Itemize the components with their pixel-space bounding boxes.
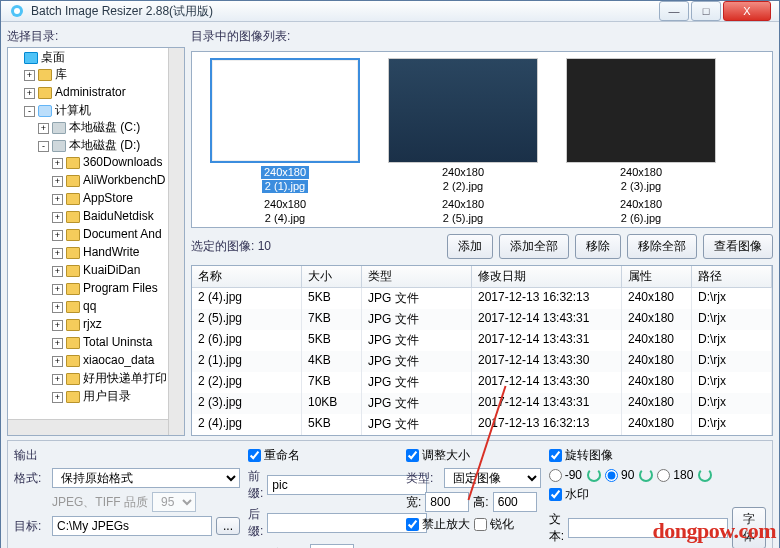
thumb-image [210,58,360,163]
rotate-p90[interactable]: 90 [605,468,653,482]
rotate-m90[interactable]: -90 [549,468,601,482]
expand-icon[interactable]: + [52,374,63,385]
folder-tree[interactable]: 桌面 +库 +Administrator -计算机 +本地磁盘 (C:) -本地… [7,47,185,436]
prefix-input[interactable] [267,475,427,495]
expand-icon[interactable]: + [52,248,63,259]
sharpen-checkbox[interactable]: 锐化 [474,516,514,533]
table-row[interactable]: 2 (4).jpg5KBJPG 文件2017-12-13 16:32:13240… [192,288,772,309]
resize-checkbox[interactable]: 调整大小 [406,447,541,464]
watermark-text-input[interactable] [568,518,728,538]
expand-icon[interactable]: + [52,176,63,187]
tree-folder[interactable]: Document And [83,227,162,241]
tree-hscrollbar[interactable] [8,419,168,435]
table-row[interactable]: 2 (6).jpg5KBJPG 文件2017-12-14 13:43:31240… [192,330,772,351]
folder-icon [38,87,52,99]
app-window: Batch Image Resizer 2.88(试用版) — □ X 选择目录… [0,0,780,548]
expand-icon[interactable]: + [52,158,63,169]
table-row[interactable]: 2 (3).jpg10KBJPG 文件2017-12-14 13:43:3124… [192,393,772,414]
titlebar[interactable]: Batch Image Resizer 2.88(试用版) — □ X [1,1,779,22]
tree-drive-c[interactable]: 本地磁盘 (C:) [69,120,140,134]
expand-icon[interactable]: + [52,230,63,241]
expand-icon[interactable]: + [52,320,63,331]
tree-folder[interactable]: 好用快递单打印 [83,371,167,385]
browse-button[interactable]: ... [216,517,240,535]
expand-icon[interactable]: + [52,266,63,277]
thumbnail[interactable]: 240x1802 (3).jpg [562,58,720,193]
minimize-button[interactable]: — [659,1,689,21]
width-input[interactable] [425,492,469,512]
add-all-button[interactable]: 添加全部 [499,234,569,259]
remove-all-button[interactable]: 移除全部 [627,234,697,259]
tree-lib[interactable]: 库 [55,67,67,81]
nozoom-checkbox[interactable]: 禁止放大 [406,516,470,533]
thumb-image [566,58,716,163]
tree-folder[interactable]: AliWorkbenchD [83,173,165,187]
collapse-icon[interactable]: - [38,141,49,152]
watermark-checkbox[interactable]: 水印 [549,486,589,503]
expand-icon[interactable]: + [52,392,63,403]
tree-folder[interactable]: qq [83,299,96,313]
col-type[interactable]: 类型 [362,266,472,287]
suffix-input[interactable] [267,513,427,533]
expand-icon[interactable]: + [52,212,63,223]
format-select[interactable]: 保持原始格式 [52,468,240,488]
expand-icon[interactable]: + [52,356,63,367]
folder-icon [66,193,80,205]
font-button[interactable]: 字体 [732,507,766,548]
tree-folder[interactable]: Program Files [83,281,158,295]
tree-folder[interactable]: HandWrite [83,245,139,259]
col-attr[interactable]: 属性 [622,266,692,287]
table-row[interactable]: 2 (1).jpg4KBJPG 文件2017-12-14 13:43:30240… [192,351,772,372]
expand-icon[interactable]: + [24,70,35,81]
table-header[interactable]: 名称 大小 类型 修改日期 属性 路径 [192,266,772,288]
thumbnail[interactable]: 240x1802 (1).jpg [206,58,364,193]
resize-type-select[interactable]: 固定图像 [444,468,541,488]
thumbnail[interactable]: 240x1802 (4).jpg [206,197,364,225]
tree-computer[interactable]: 计算机 [55,103,91,117]
window-title: Batch Image Resizer 2.88(试用版) [31,3,659,20]
tree-folder[interactable]: 360Downloads [83,155,162,169]
tree-folder[interactable]: 用户目录 [83,389,131,403]
expand-icon[interactable]: + [52,194,63,205]
view-image-button[interactable]: 查看图像 [703,234,773,259]
tree-vscrollbar[interactable] [168,48,184,435]
rotate-checkbox[interactable]: 旋转图像 [549,447,766,464]
col-path[interactable]: 路径 [692,266,772,287]
thumbnail[interactable]: 240x1802 (6).jpg [562,197,720,225]
rotate-180[interactable]: 180 [657,468,712,482]
folder-icon [66,247,80,259]
tree-drive-d[interactable]: 本地磁盘 (D:) [69,138,140,152]
thumbnail[interactable]: 240x1802 (2).jpg [384,58,542,193]
expand-icon[interactable]: + [24,88,35,99]
tree-folder[interactable]: Total Uninsta [83,335,152,349]
tree-folder[interactable]: KuaiDiDan [83,263,140,277]
expand-icon[interactable]: + [52,302,63,313]
col-date[interactable]: 修改日期 [472,266,622,287]
tree-desktop[interactable]: 桌面 [41,50,65,64]
expand-icon[interactable]: + [52,338,63,349]
dest-input[interactable] [52,516,212,536]
remove-button[interactable]: 移除 [575,234,621,259]
table-row[interactable]: 2 (4).jpg5KBJPG 文件2017-12-13 16:32:13240… [192,414,772,435]
add-button[interactable]: 添加 [447,234,493,259]
tree-folder[interactable]: AppStore [83,191,133,205]
tree-admin[interactable]: Administrator [55,85,126,99]
tree-folder[interactable]: xiaocao_data [83,353,154,367]
quality-select: 95 [152,492,196,512]
maximize-button[interactable]: □ [691,1,721,21]
close-button[interactable]: X [723,1,771,21]
expand-icon[interactable]: + [52,284,63,295]
height-input[interactable] [493,492,537,512]
table-row[interactable]: 2 (2).jpg7KBJPG 文件2017-12-14 13:43:30240… [192,372,772,393]
tree-folder[interactable]: BaiduNetdisk [83,209,154,223]
rotate-cw-icon [639,468,653,482]
expand-icon[interactable]: + [38,123,49,134]
thumbnail[interactable]: 240x1802 (5).jpg [384,197,542,225]
start-input[interactable] [310,544,354,548]
rename-checkbox[interactable]: 重命名 [248,447,398,464]
collapse-icon[interactable]: - [24,106,35,117]
tree-folder[interactable]: rjxz [83,317,102,331]
col-name[interactable]: 名称 [192,266,302,287]
table-row[interactable]: 2 (5).jpg7KBJPG 文件2017-12-14 13:43:31240… [192,309,772,330]
col-size[interactable]: 大小 [302,266,362,287]
